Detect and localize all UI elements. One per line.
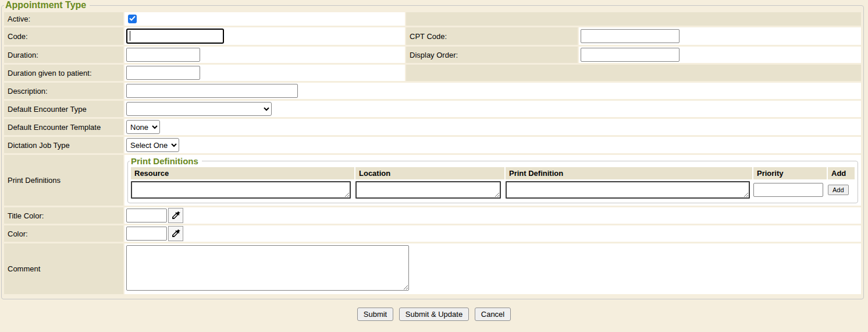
title-color-label: Title Color: (4, 207, 123, 224)
print-definitions-fieldset: Print Definitions Resource Location Prin… (127, 156, 858, 203)
row-print-definitions: Print Definitions Print Definitions Reso… (4, 155, 861, 206)
submit-update-button[interactable]: Submit & Update (399, 308, 469, 321)
display-order-input[interactable] (581, 48, 680, 62)
location-textarea[interactable] (355, 181, 501, 199)
page-title: Appointment Type (4, 0, 90, 10)
add-cell: Add (828, 181, 855, 199)
default-encounter-type-label: Default Encounter Type (4, 101, 123, 117)
row-title-color: Title Color: (4, 207, 861, 224)
column-header-add: Add (828, 167, 855, 179)
appointment-type-form-table: Active: Code: CPT Code: (3, 10, 862, 296)
duration-label: Duration: (4, 47, 123, 63)
row-duration: Duration: Display Order: (4, 47, 861, 63)
eyedropper-icon (171, 210, 181, 220)
cpt-code-input[interactable] (581, 29, 680, 43)
description-field-cell (124, 83, 861, 99)
default-encounter-template-field-cell: None (124, 119, 861, 135)
cancel-button[interactable]: Cancel (475, 308, 511, 321)
active-field-cell (124, 12, 405, 26)
display-order-field-cell (579, 47, 861, 63)
row-active: Active: (4, 12, 861, 26)
priority-cell (753, 181, 827, 199)
row-code: Code: CPT Code: (4, 27, 861, 45)
display-order-label: Display Order: (406, 47, 578, 63)
column-header-print-definition: Print Definition (506, 167, 752, 179)
print-definition-cell (506, 181, 752, 199)
active-label: Active: (4, 12, 123, 26)
code-field-cell (124, 27, 405, 45)
cpt-code-field-cell (579, 27, 861, 45)
row-description: Description: (4, 83, 861, 99)
color-field-cell (124, 225, 861, 242)
form-actions: Submit Submit & Update Cancel (0, 308, 868, 321)
comment-textarea[interactable] (126, 245, 409, 291)
resource-textarea[interactable] (131, 181, 351, 199)
comment-label: Comment (4, 243, 123, 294)
dictation-job-type-select[interactable]: Select One (126, 138, 179, 152)
submit-button[interactable]: Submit (357, 308, 393, 321)
duration-input[interactable] (126, 48, 200, 62)
title-color-input[interactable] (126, 209, 167, 222)
print-definitions-header-row: Resource Location Print Definition Prior… (131, 167, 855, 179)
active-checkbox[interactable] (128, 15, 137, 23)
print-definitions-legend: Print Definitions (130, 156, 202, 166)
default-encounter-template-select[interactable]: None (126, 120, 160, 134)
dictation-job-type-field-cell: Select One (124, 137, 861, 153)
location-cell (355, 181, 504, 199)
default-encounter-type-select[interactable] (126, 102, 272, 116)
duration-patient-row-spacer (406, 65, 861, 81)
row-color: Color: (4, 225, 861, 242)
row-default-encounter-type: Default Encounter Type (4, 101, 861, 117)
print-definitions-entry-row: Add (131, 181, 855, 199)
default-encounter-template-label: Default Encounter Template (4, 119, 123, 135)
appointment-type-fieldset: Appointment Type Active: Code: (1, 0, 864, 299)
description-label: Description: (4, 83, 123, 99)
row-dictation-job-type: Dictation Job Type Select One (4, 137, 861, 153)
comment-field-cell (124, 243, 861, 294)
code-label: Code: (4, 27, 123, 45)
color-label: Color: (4, 225, 123, 242)
print-definitions-table: Resource Location Print Definition Prior… (130, 166, 856, 200)
eyedropper-icon (171, 228, 181, 238)
duration-patient-label: Duration given to patient: (4, 65, 123, 81)
description-input[interactable] (126, 84, 298, 98)
column-header-priority: Priority (753, 167, 827, 179)
duration-patient-input[interactable] (126, 66, 200, 80)
default-encounter-type-field-cell (124, 101, 861, 117)
color-input[interactable] (126, 227, 167, 241)
duration-patient-field-cell (124, 65, 405, 81)
print-definitions-label: Print Definitions (4, 155, 123, 206)
priority-input[interactable] (753, 183, 823, 197)
print-definitions-field-cell: Print Definitions Resource Location Prin… (124, 155, 861, 206)
cpt-code-label: CPT Code: (406, 27, 578, 45)
resource-cell (131, 181, 354, 199)
title-color-field-cell (124, 207, 861, 224)
title-color-picker-button[interactable] (168, 208, 183, 223)
dictation-job-type-label: Dictation Job Type (4, 137, 123, 153)
color-picker-button[interactable] (168, 226, 183, 241)
column-header-location: Location (355, 167, 504, 179)
print-definition-textarea[interactable] (506, 181, 750, 199)
text-caret (130, 31, 130, 41)
row-duration-patient: Duration given to patient: (4, 65, 861, 81)
duration-field-cell (124, 47, 405, 63)
row-default-encounter-template: Default Encounter Template None (4, 119, 861, 135)
active-row-spacer (406, 12, 861, 26)
check-icon (129, 16, 136, 21)
row-comment: Comment (4, 243, 861, 294)
code-input[interactable] (126, 29, 224, 44)
add-button[interactable]: Add (828, 185, 849, 195)
column-header-resource: Resource (131, 167, 354, 179)
